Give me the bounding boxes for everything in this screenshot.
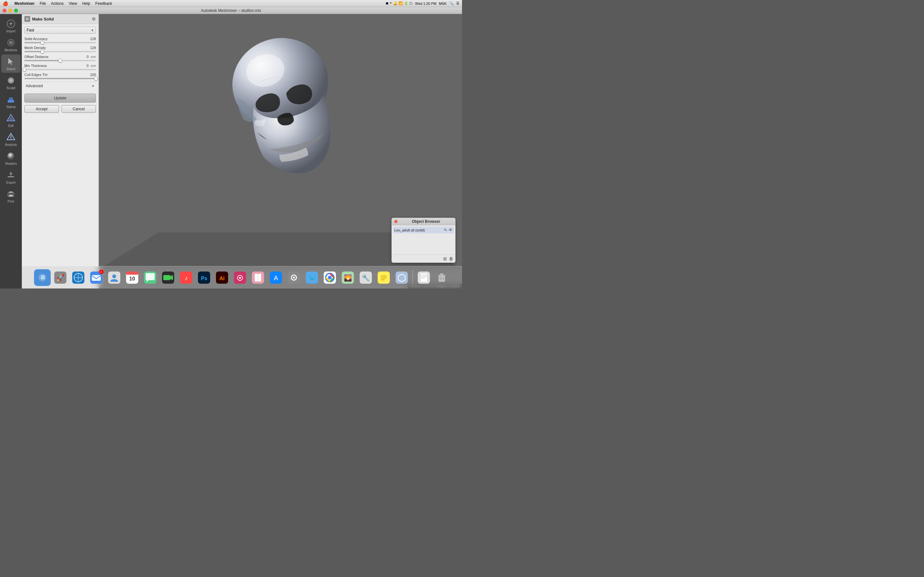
dock-systemprefs[interactable] bbox=[286, 269, 302, 286]
export-icon bbox=[6, 170, 16, 180]
svg-point-65 bbox=[293, 277, 295, 279]
panel-icon bbox=[24, 16, 30, 22]
sidebar-item-import[interactable]: Import bbox=[1, 17, 21, 35]
cancel-button[interactable]: Cancel bbox=[61, 105, 96, 113]
meshmix-icon bbox=[6, 37, 16, 48]
apple-menu[interactable]: 🍎 bbox=[3, 1, 8, 6]
shaders-icon bbox=[6, 151, 16, 161]
sidebar-item-meshmix[interactable]: Meshmix bbox=[1, 35, 21, 54]
settings-gear-icon[interactable]: ⚙ bbox=[92, 16, 96, 21]
sidebar-item-print[interactable]: Print bbox=[1, 187, 21, 205]
advanced-arrow-icon: ▼ bbox=[91, 84, 95, 88]
app-container: Import Meshmix Select bbox=[0, 14, 462, 288]
min-thickness-row: Min Thickness 0 mm bbox=[24, 64, 96, 68]
close-button[interactable] bbox=[3, 9, 6, 13]
edit-icon bbox=[6, 113, 16, 123]
min-thickness-slider[interactable] bbox=[24, 69, 96, 70]
analysis-label: Analysis bbox=[5, 143, 17, 147]
min-thickness-label: Min Thickness bbox=[24, 64, 79, 68]
svg-text:🔧: 🔧 bbox=[362, 274, 370, 282]
dock-itunes[interactable] bbox=[232, 269, 248, 286]
dock-ibooks[interactable] bbox=[250, 269, 266, 286]
dock-launchpad[interactable]: 🚀 bbox=[52, 269, 69, 286]
dock-illustrator[interactable]: Ai bbox=[214, 269, 230, 286]
accept-button[interactable]: Accept bbox=[24, 105, 59, 113]
dock-trash[interactable] bbox=[433, 269, 450, 286]
svg-point-16 bbox=[7, 153, 15, 160]
dock-twitter[interactable]: 🐦 bbox=[304, 269, 320, 286]
edit-object-icon[interactable]: ✎ bbox=[444, 227, 447, 232]
sidebar-item-export[interactable]: Export bbox=[1, 168, 21, 186]
min-thickness-value: 0 bbox=[79, 64, 89, 68]
sidebar-item-analysis[interactable]: Analysis bbox=[1, 130, 21, 148]
search-icon[interactable]: 🔍 bbox=[449, 1, 454, 5]
object-browser-close[interactable] bbox=[394, 220, 397, 223]
solid-accuracy-label: Solid Accuracy bbox=[24, 37, 86, 41]
sidebar-item-edit[interactable]: Edit bbox=[1, 111, 21, 129]
solid-accuracy-slider[interactable] bbox=[24, 42, 96, 43]
dock-finder[interactable]: 🖥 bbox=[34, 269, 51, 286]
minimize-button[interactable] bbox=[8, 9, 12, 13]
svg-text:♪: ♪ bbox=[184, 274, 188, 282]
delete-icon[interactable]: 🗑 bbox=[449, 256, 453, 261]
sidebar-item-shaders[interactable]: Shaders bbox=[1, 149, 21, 167]
sidebar-item-stamp[interactable]: Stamp bbox=[1, 92, 21, 111]
svg-text:🖥: 🖥 bbox=[39, 274, 45, 280]
dock-facetime[interactable] bbox=[160, 269, 176, 286]
view-menu[interactable]: View bbox=[69, 1, 77, 6]
maximize-button[interactable] bbox=[14, 9, 18, 13]
svg-rect-21 bbox=[9, 195, 13, 197]
menubar-icons: ⏺ ☁ 🔔 📶 🔋 ⬡ bbox=[385, 1, 412, 5]
object-browser-empty-space bbox=[392, 235, 455, 255]
dock-3d[interactable] bbox=[393, 269, 410, 286]
svg-rect-82 bbox=[420, 273, 427, 282]
svg-point-57 bbox=[239, 277, 241, 279]
update-button[interactable]: Update bbox=[24, 93, 96, 103]
object-item-name: Leo_adult.stl (solid) bbox=[394, 228, 444, 232]
offset-distance-row: Offset Distance 0 mm bbox=[24, 55, 96, 59]
dock-safari[interactable] bbox=[70, 269, 87, 286]
svg-rect-85 bbox=[421, 278, 425, 279]
mode-dropdown[interactable]: Fast Accurate Sharp Edge Preserve bbox=[24, 27, 96, 34]
viewport[interactable]: vertices: 107474 triangles: 213203 Objec… bbox=[99, 14, 462, 288]
svg-text:Ai: Ai bbox=[220, 276, 225, 281]
advanced-section[interactable]: Advanced ▼ bbox=[24, 82, 96, 90]
dock-mail[interactable]: 2 bbox=[88, 269, 105, 286]
sidebar-item-select[interactable]: Select bbox=[1, 55, 21, 73]
feedback-menu[interactable]: Feedback bbox=[95, 1, 112, 6]
svg-point-8 bbox=[10, 80, 11, 81]
cull-edges-slider[interactable] bbox=[24, 78, 96, 79]
solid-accuracy-value: 128 bbox=[86, 37, 96, 41]
dock-music[interactable]: ♪ bbox=[178, 269, 194, 286]
list-icon[interactable]: ☰ bbox=[456, 1, 459, 5]
mesh-density-slider[interactable] bbox=[24, 51, 96, 52]
file-menu[interactable]: File bbox=[40, 1, 46, 6]
sculpt-label: Sculpt bbox=[6, 86, 15, 90]
object-browser: Object Browser Leo_adult.stl (solid) ✎ 👁… bbox=[391, 218, 456, 263]
window-title: Autodesk Meshmixer – skullion.mix bbox=[201, 8, 261, 13]
sidebar-item-sculpt[interactable]: Sculpt bbox=[1, 73, 21, 92]
svg-rect-43 bbox=[126, 271, 138, 275]
dock-appstore[interactable]: A bbox=[268, 269, 284, 286]
dock-stickies[interactable] bbox=[375, 269, 392, 286]
dock: 🖥 🚀 2 10 ♪ Ps Ai A bbox=[22, 266, 462, 288]
dock-finder2[interactable] bbox=[415, 269, 432, 286]
dock-photoshop[interactable]: Ps bbox=[196, 269, 212, 286]
shaders-label: Shaders bbox=[5, 162, 17, 165]
actions-menu[interactable]: Actions bbox=[51, 1, 63, 6]
dock-calendar[interactable]: 10 bbox=[124, 269, 141, 286]
app-name[interactable]: Meshmixer bbox=[15, 1, 35, 6]
help-menu[interactable]: Help bbox=[82, 1, 90, 6]
dock-photos[interactable]: 🌄 bbox=[339, 269, 356, 286]
svg-rect-47 bbox=[163, 275, 170, 280]
dock-contacts[interactable] bbox=[106, 269, 123, 286]
offset-distance-unit: mm bbox=[89, 55, 96, 59]
visibility-icon[interactable]: 👁 bbox=[449, 227, 453, 232]
dock-messages[interactable] bbox=[142, 269, 158, 286]
svg-rect-39 bbox=[92, 275, 101, 281]
offset-distance-slider[interactable] bbox=[24, 60, 96, 61]
dock-utilities[interactable]: 🔧 bbox=[357, 269, 374, 286]
svg-point-15 bbox=[11, 139, 11, 140]
duplicate-icon[interactable]: ⊞ bbox=[443, 256, 447, 261]
dock-chrome[interactable] bbox=[321, 269, 338, 286]
